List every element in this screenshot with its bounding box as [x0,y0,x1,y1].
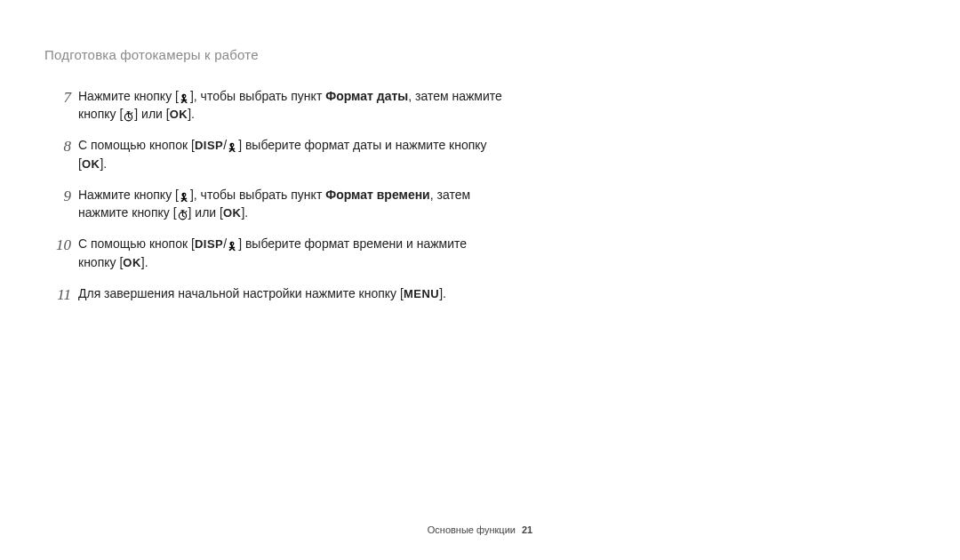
instruction-step: 11Для завершения начальной настройки наж… [44,284,507,307]
page-root: Подготовка фотокамеры к работе 7Нажмите … [0,0,960,560]
step-text: ] или [ [188,205,223,220]
disp-icon: DISP [195,236,223,251]
menu-icon: MENU [404,286,439,300]
step-text: Для завершения начальной настройки нажми… [78,286,404,300]
step-text: ]. [188,107,195,121]
timer-icon [177,205,188,220]
instruction-list: 7Нажмите кнопку [], чтобы выбрать пункт … [44,87,507,306]
step-text: ]. [141,255,148,269]
step-text: ], чтобы выбрать пункт [190,188,325,202]
instruction-step: 8С помощью кнопок [DISP/] выберите форма… [44,136,507,173]
step-text: Формат даты [325,89,408,103]
footer-page-number: 21 [522,524,532,535]
page-footer: Основные функции 21 [0,524,960,535]
ok-icon: OK [223,205,242,220]
macro-icon [227,138,238,152]
step-body: С помощью кнопок [DISP/] выберите формат… [78,235,507,272]
macro-icon [179,188,190,202]
instruction-step: 7Нажмите кнопку [], чтобы выбрать пункт … [44,87,507,124]
step-number: 9 [44,186,78,208]
step-text: ]. [100,156,107,171]
step-number: 7 [44,87,78,109]
disp-icon: DISP [195,138,223,152]
footer-section: Основные функции [428,524,516,535]
step-text: ], чтобы выбрать пункт [190,89,325,103]
step-body: С помощью кнопок [DISP/] выберите формат… [78,136,507,173]
step-text: ] или [ [134,107,169,121]
step-text: С помощью кнопок [ [78,236,195,251]
macro-icon [227,236,238,251]
step-text: ]. [241,205,248,220]
step-number: 11 [44,284,78,307]
step-number: 8 [44,136,78,158]
step-text: ]. [439,286,446,300]
step-body: Нажмите кнопку [], чтобы выбрать пункт Ф… [78,186,507,222]
step-body: Для завершения начальной настройки нажми… [78,284,507,303]
instruction-step: 9Нажмите кнопку [], чтобы выбрать пункт … [44,186,507,222]
ok-icon: OK [82,156,100,171]
step-body: Нажмите кнопку [], чтобы выбрать пункт Ф… [78,87,507,124]
step-text: С помощью кнопок [ [78,138,195,152]
instruction-step: 10С помощью кнопок [DISP/] выберите форм… [44,235,507,272]
page-header: Подготовка фотокамеры к работе [44,47,916,62]
macro-icon [179,89,190,103]
ok-icon: OK [123,255,141,269]
step-number: 10 [44,235,78,257]
step-text: Формат времени [325,188,430,202]
step-text: Нажмите кнопку [ [78,188,179,202]
ok-icon: OK [170,107,188,121]
step-text: Нажмите кнопку [ [78,89,179,103]
timer-icon [123,107,134,121]
